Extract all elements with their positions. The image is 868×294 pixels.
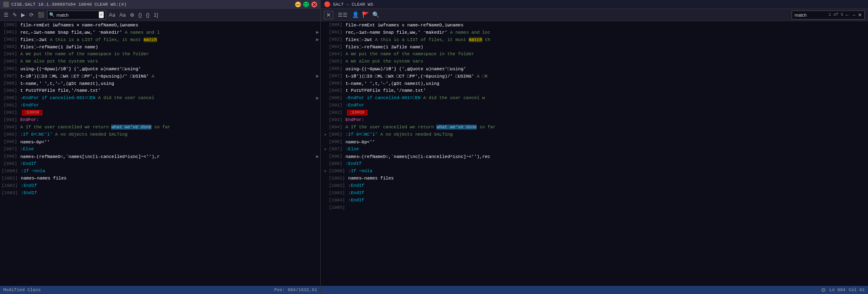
line-number: [996] — [329, 139, 342, 144]
line-number: [991] — [0, 103, 20, 108]
fold-button[interactable]: ▾ — [322, 147, 328, 152]
table-row: ▾[995] :If 0=□NC'i' A no objects needed … — [321, 131, 868, 138]
fold-button[interactable]: ▾ — [322, 132, 328, 137]
table-row: ▾[1000] :If ~nola — [321, 167, 868, 175]
line-number: [985] — [329, 59, 342, 64]
table-row: [987] t←1⍬')(□IO □ML □WX □CT □PP',(~0⍴us… — [321, 72, 868, 80]
line-number: [991] — [329, 103, 342, 108]
left-panel: CISE.SALT 18.1.399997U64 10640 CLEAR WS:… — [0, 0, 321, 294]
line-content: :EndIf — [345, 161, 868, 166]
left-search-clear[interactable]: ✕ — [99, 11, 104, 18]
line-content: :EndIf — [21, 190, 320, 195]
line-number: [997] — [0, 147, 20, 151]
settings-button[interactable]: ⚙ — [821, 287, 826, 293]
table-row: [983] files⍘←refName(1 2⍵file name) — [321, 43, 868, 50]
line-content: □ERROR — [345, 110, 868, 115]
search-match-highlight: match — [144, 37, 157, 42]
line-content: :EndIf — [20, 161, 320, 166]
toolbar-list-btn[interactable]: 1] — [152, 11, 159, 18]
left-status-bar: Modified Class Pos: 994/1632,61 — [0, 286, 320, 294]
toolbar-edit-btn[interactable]: ✎ — [11, 11, 18, 18]
line-number: [980] — [329, 22, 342, 27]
line-number: [1000] — [0, 169, 21, 173]
table-row: [1004] :EndIf — [321, 197, 868, 204]
line-number: [982] — [0, 37, 20, 42]
error-badge: □ERROR — [22, 110, 42, 115]
table-row: [994] A If the user cancelled we return … — [321, 123, 868, 131]
line-number: [1003] — [0, 190, 21, 195]
line-number: [993] — [0, 117, 20, 122]
line-number: [1002] — [0, 183, 21, 188]
toolbar-run-btn[interactable]: ▶ — [20, 11, 26, 18]
right-title: SALT - CLEAR WS — [333, 2, 373, 7]
line-content: names←names files — [21, 176, 320, 181]
table-row: [990] →EndFor if cancelled←901=□EN A did… — [0, 94, 320, 102]
right-search-input[interactable] — [795, 13, 827, 17]
line-number: [1000] — [329, 169, 345, 173]
right-search-prev[interactable]: ← — [845, 12, 850, 18]
table-row: [984] A We put the name of the namespace… — [321, 50, 868, 58]
table-row: [980] file←remExt i⍵fnames ◇ name←refNam… — [321, 21, 868, 28]
right-code-scroll[interactable]: [980] file←remExt i⍵fnames ◇ name←refNam… — [321, 21, 868, 286]
line-content: files⍘←refName(1 2⍵file name) — [345, 44, 868, 50]
table-row: [989] t PutUTF8File file,'/name.txt' — [321, 87, 868, 94]
toolbar-target-btn[interactable]: ⊕ — [129, 11, 136, 18]
close-button[interactable]: ✕ — [311, 2, 317, 7]
line-content: t←name,' ',t,'←',(⍶5t name±t),using — [20, 81, 320, 86]
line-content: :EndIf — [21, 183, 320, 188]
line-content: names←(refNameD○,¨names[ιnc⌈i-cancelled^… — [345, 154, 868, 159]
line-content: file←remExt i⍵fnames ⋄ name←refNameD,i⍵n… — [20, 22, 320, 28]
table-row: [992] □ERROR — [321, 109, 868, 116]
fold-button[interactable]: ▾ — [322, 169, 328, 174]
line-content: EndFor: — [20, 117, 320, 122]
line-content: t←1⍬')(□IO □ML □WX □CT □PP',(~0⍴using)/'… — [20, 74, 315, 79]
right-search-close[interactable]: ✕ — [858, 12, 862, 18]
line-number: [999] — [0, 161, 20, 166]
line-content: :EndIf — [348, 183, 868, 188]
line-number: [994] — [329, 125, 342, 130]
table-row: [996] names←0⍴<'' — [321, 138, 868, 145]
line-content: files⍘←2⍵t A this is a LIST of files, it… — [20, 37, 315, 42]
table-row: [981] rec,←1⍵t←name Snap file,⍵w,' ⁻make… — [0, 28, 320, 36]
toolbar-aa2-btn[interactable]: Aa — [118, 11, 127, 18]
line-overflow-indicator: ▶ — [315, 37, 320, 43]
table-row: [980] file←remExt i⍵fnames ⋄ name←refNam… — [0, 21, 320, 28]
toolbar-brace-btn[interactable]: {} — [137, 11, 143, 18]
line-number: [994] — [0, 125, 20, 130]
left-search-input[interactable] — [56, 13, 97, 17]
line-number: [1005] — [329, 205, 345, 210]
toolbar-aa-btn[interactable]: Aa — [108, 11, 117, 18]
line-content: t←name,' ',t,'←',(⍶5t name±t),using — [345, 81, 868, 86]
left-title: CISE.SALT 18.1.399997U64 10640 CLEAR WS:… — [11, 2, 127, 7]
line-number: [998] — [329, 154, 342, 159]
left-code-scroll[interactable]: [980] file←remExt i⍵fnames ⋄ name←refNam… — [0, 21, 320, 286]
table-row: [1001] names←names files — [321, 175, 868, 182]
line-content: names←(refNameD○,¨names[ιnc⌈i-cancelled^… — [20, 154, 315, 159]
table-row: [1003] :EndIf — [321, 189, 868, 197]
maximize-button[interactable]: □ — [303, 2, 309, 7]
line-number: [981] — [0, 30, 20, 35]
line-content: :If ~nola — [21, 169, 320, 173]
right-menu-btn[interactable]: ☰☰ — [337, 11, 349, 18]
right-close-btn[interactable]: ✕ — [324, 11, 333, 19]
right-search-next[interactable]: → — [851, 12, 856, 18]
table-row: [997] :Else — [0, 145, 320, 153]
toolbar-stop-btn[interactable]: ⬛ — [37, 11, 45, 18]
line-number: [1001] — [329, 176, 345, 181]
line-content: :EndIf — [348, 190, 868, 195]
toolbar-debug-btn[interactable]: ⟳ — [28, 11, 35, 18]
line-content: :Else — [345, 147, 868, 151]
minimize-button[interactable]: ─ — [295, 2, 301, 7]
search-match-highlight: match — [469, 37, 482, 42]
left-toolbar: ☰ ✎ ▶ ⟳ ⬛ 🔍 ✕ Aa Aa ⊕ {} {} 1] — [0, 9, 320, 21]
line-content: files⍘←refName(1 2⍵file name) — [20, 44, 320, 50]
line-content: A We also put the system vars — [20, 59, 320, 64]
line-number: [998] — [0, 154, 20, 159]
line-number: [1003] — [329, 190, 345, 195]
toolbar-menu-btn[interactable]: ☰ — [2, 11, 10, 18]
table-row: [983] files⍘←refName(1 2⍵file name) — [0, 43, 320, 50]
line-content: rec,←1⍵t←name Snap file,⍵w,' ⁻makedir' A… — [345, 30, 868, 35]
line-number: [995] — [329, 132, 342, 137]
line-content: :If 0=□NC'i' A no objects needed SALTing — [20, 132, 320, 137]
toolbar-brace2-btn[interactable]: {} — [145, 11, 151, 18]
